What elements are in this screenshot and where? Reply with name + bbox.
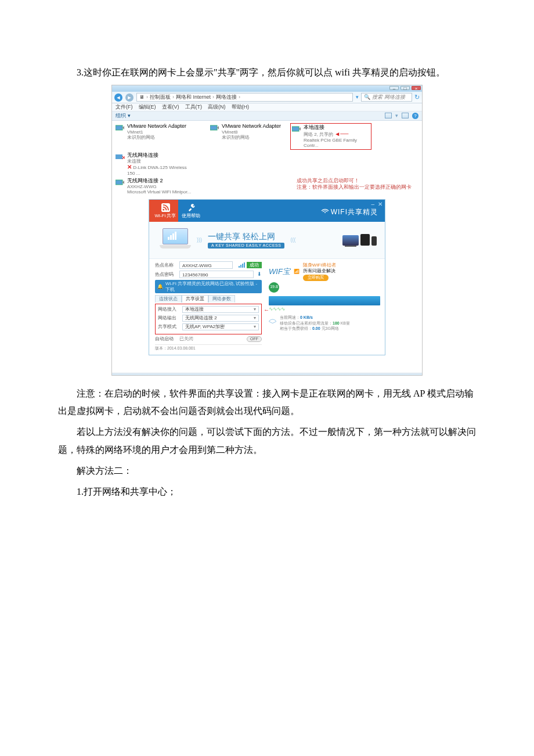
menu-help[interactable]: 帮助(H)	[232, 104, 250, 110]
menu-view[interactable]: 查看(V)	[162, 104, 179, 110]
tab-help[interactable]: 使用帮助	[178, 200, 204, 222]
nav-fwd-button[interactable]: ►	[125, 93, 134, 102]
nav-back-button[interactable]: ◄	[114, 93, 122, 102]
paragraph-note: 注意：在启动的时候，软件界面的共享设置：接入网卡是正在联网的网卡，用无线 AP …	[58, 385, 476, 420]
menu-edit[interactable]: 编辑(E)	[139, 104, 156, 110]
slogan-cn: 一键共享 轻松上网	[208, 232, 284, 242]
buy-button[interactable]: 立即购买	[303, 275, 329, 280]
organize-button[interactable]: 组织 ▾	[116, 113, 131, 119]
subtab-share[interactable]: 共享设置	[182, 295, 208, 303]
promo-box: WIF宝 📶 随身WIFI终结者 所有问题全解决 立即购买	[269, 262, 380, 281]
menu-adv[interactable]: 高级(N)	[208, 104, 226, 110]
window-title-bar: – □ ×	[112, 85, 422, 92]
menu-file[interactable]: 文件(F)	[116, 104, 133, 110]
adapter-list: VMware Network AdapterVMnet1未识别的网络 VMwar…	[112, 121, 422, 178]
svg-rect-2	[292, 127, 299, 131]
maximize-button[interactable]: □	[400, 86, 410, 90]
svg-point-8	[324, 212, 326, 213]
stats-box: ⌔ 当前网速：0 KB/s 移动设备已连累积使用流量：180 KB量 相当于免费…	[269, 315, 380, 331]
screenshot-network-connections: – □ × ◄ ► 🖥 › 控制面板 › 网络和 Internet › 网络连接…	[111, 85, 423, 375]
adapter-wireless[interactable]: ✕ 无线网络连接未连接✕ D-Link DWA-125 Wireless 150…	[116, 152, 191, 177]
menu-tools[interactable]: 工具(T)	[185, 104, 203, 110]
wifi-icon: 📶	[294, 269, 300, 275]
svg-rect-1	[210, 125, 217, 130]
help-icon[interactable]: ?	[412, 113, 418, 119]
paragraph-step1b: 1.打开网络和共享中心；	[58, 483, 476, 501]
laptop-icon	[160, 228, 191, 251]
status-message: 成功共享之后点启动即可！ 注意：软件界面接入和输出一定要选择正确的网卡	[297, 178, 418, 195]
subtab-conn[interactable]: 连接状态	[155, 295, 182, 303]
svg-rect-5	[116, 180, 122, 185]
paragraph-step3: 3.这时你正在联网的网卡上会显示"共享"两字，然后你就可以点 wifi 共享精灵…	[58, 64, 476, 81]
app-banner: ))) 一键共享 轻松上网 A KEY SHARED EASILY ACCESS…	[149, 222, 385, 259]
app-version: 版本：2014.03.08.001	[155, 344, 262, 351]
slogan-en: A KEY SHARED EASILY ACCESS	[208, 243, 284, 249]
app-right-panel: WIF宝 📶 随身WIFI终结者 所有问题全解决 立即购买 19.8 ∿∿	[265, 259, 385, 355]
paragraph-method2: 解决方法二：	[58, 462, 476, 480]
preview-icon[interactable]	[402, 113, 409, 118]
app-close-icon[interactable]: ✕	[378, 201, 383, 208]
svg-point-7	[163, 208, 164, 210]
subtab-net[interactable]: 网络参数	[208, 295, 235, 303]
adapter-vmnet8[interactable]: VMware Network AdapterVMnet8未识别的网络	[210, 123, 286, 150]
badge-icon: 19.8	[269, 282, 279, 293]
address-bar: ◄ ► 🖥 › 控制面板 › 网络和 Internet › 网络连接 › ▾ 🔍…	[112, 92, 422, 103]
hotspot-name-row: 热点名称 AXKHZ-WWG 成功	[155, 261, 262, 269]
svg-rect-6	[161, 203, 170, 212]
net-in-select[interactable]: 本地连接	[182, 306, 259, 313]
svg-text:✕: ✕	[121, 154, 125, 161]
autostart-toggle[interactable]: OFF	[247, 336, 262, 342]
adapter-local-highlighted[interactable]: 本地连接网络 2, 共享的 ◄──Realtek PCIe GBE Family…	[290, 123, 371, 150]
app-min-icon[interactable]: –	[371, 201, 374, 208]
status-strip: 🔔 Wi-Fi 共享精灵的无线网络已启动, 试验性版 - 下机	[155, 280, 262, 293]
share-settings-highlight: ← 网络接入本地连接 网络输出无线网络连接 2 共享模式无线AP, WPA2加密	[155, 304, 262, 334]
view-icon[interactable]	[385, 113, 392, 118]
wifi-large-icon: ⌔	[269, 315, 276, 330]
paragraph-alt: 若以上方法没有解决你的问题，可以尝试下面的方法。不过一般情况下，第一种方法就可以…	[58, 423, 476, 459]
refresh-icon[interactable]: ↻	[414, 93, 420, 101]
wifi-share-app: – ✕ Wi-Fi 共享 使用帮助 WIFI共享精灵	[149, 199, 385, 355]
tools-icon	[186, 203, 196, 212]
devices-icon	[342, 234, 377, 246]
bell-icon: 🔔	[157, 284, 163, 290]
status-success-badge: 成功	[247, 262, 262, 269]
adapter-vmnet1[interactable]: VMware Network AdapterVMnet1未识别的网络	[116, 123, 205, 150]
download-icon[interactable]: ⬇	[257, 271, 262, 278]
tab-wifi-share[interactable]: Wi-Fi 共享	[153, 200, 178, 222]
search-input[interactable]: 🔍搜索 网络连接	[361, 93, 412, 102]
menu-bar: 文件(F) 编辑(E) 查看(V) 工具(T) 高级(N) 帮助(H)	[112, 103, 422, 111]
close-button[interactable]: ×	[412, 86, 421, 90]
hotspot-pw-row: 热点密码 1234567890 ⬇	[155, 271, 262, 278]
app-header: – ✕ Wi-Fi 共享 使用帮助 WIFI共享精灵	[149, 200, 385, 222]
toolbar: 组织 ▾ ▾ ?	[112, 111, 422, 121]
traffic-graph: ∿∿∿∿	[269, 296, 380, 312]
hotspot-pw-input[interactable]: 1234567890	[179, 271, 254, 278]
breadcrumb[interactable]: 🖥 › 控制面板 › 网络和 Internet › 网络连接 ›	[136, 93, 353, 102]
hotspot-name-input[interactable]: AXKHZ-WWG	[179, 261, 233, 269]
minimize-button[interactable]: –	[389, 86, 399, 90]
net-out-select[interactable]: 无线网络连接 2	[182, 315, 259, 322]
share-mode-select[interactable]: 无线AP, WPA2加密	[182, 323, 259, 330]
rss-icon	[161, 203, 170, 212]
app-left-panel: 热点名称 AXKHZ-WWG 成功 热点密码 1234567890 ⬇ 🔔	[149, 259, 265, 355]
svg-rect-0	[116, 125, 122, 130]
adapter-wireless2[interactable]: 无线网络连接 2AXKHZ-WWGMicrosoft Virtual WiFi …	[116, 178, 205, 195]
